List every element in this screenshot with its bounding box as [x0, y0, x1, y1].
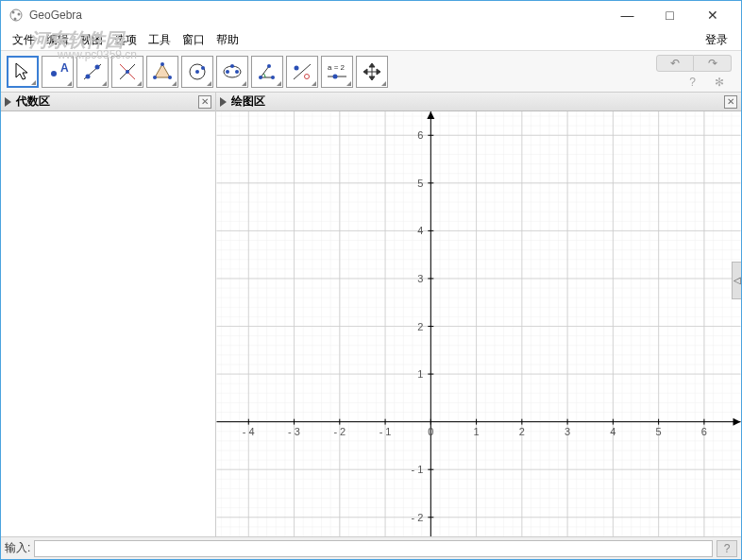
main-panels: 代数区 ✕ 绘图区 ✕ - 4- 3- 2- 10123456- 2- 1123… [1, 93, 741, 536]
line-icon [81, 60, 104, 83]
svg-text:- 2: - 2 [411, 512, 423, 523]
svg-point-27 [295, 65, 299, 70]
tool-move[interactable] [7, 56, 39, 88]
algebra-body[interactable] [1, 111, 215, 536]
polygon-icon [151, 60, 174, 83]
tool-move-view[interactable] [356, 56, 388, 88]
svg-text:- 2: - 2 [333, 426, 346, 437]
graphics-panel-title: 绘图区 [231, 93, 724, 110]
svg-text:a = 2: a = 2 [328, 63, 346, 72]
right-expand-handle[interactable]: ◁ [732, 262, 741, 299]
slider-icon: a = 2 [324, 60, 350, 83]
toolbar: A a = 2 ↶ ↷ [1, 50, 741, 93]
ellipse-icon [221, 60, 244, 83]
svg-text:A: A [60, 61, 69, 75]
svg-point-31 [333, 74, 338, 78]
svg-point-11 [126, 70, 129, 74]
svg-text:- 4: - 4 [243, 426, 255, 437]
svg-text:3: 3 [565, 426, 570, 437]
maximize-button[interactable]: □ [649, 2, 691, 28]
tool-perpendicular[interactable] [111, 56, 143, 88]
svg-text:2: 2 [417, 321, 423, 332]
svg-text:2: 2 [519, 426, 525, 437]
menu-tools[interactable]: 工具 [143, 32, 177, 48]
undo-button[interactable]: ↶ [656, 55, 694, 72]
tool-circle[interactable] [181, 56, 213, 88]
svg-point-23 [259, 76, 262, 79]
menu-window[interactable]: 窗口 [177, 32, 211, 48]
svg-text:5: 5 [656, 426, 662, 437]
tool-polygon[interactable] [146, 56, 178, 88]
svg-point-15 [153, 76, 157, 79]
window-title: GeoGebra [29, 8, 82, 22]
svg-point-28 [305, 74, 310, 78]
algebra-panel-header[interactable]: 代数区 ✕ [1, 93, 215, 111]
algebra-panel: 代数区 ✕ [1, 93, 216, 536]
menu-file[interactable]: 文件 [7, 32, 41, 48]
svg-text:3: 3 [417, 273, 423, 284]
collapse-tri-icon [220, 97, 227, 107]
tool-ellipse[interactable] [216, 56, 248, 88]
collapse-tri-icon [5, 97, 11, 107]
svg-text:1: 1 [417, 368, 423, 380]
menu-options[interactable]: 选项 [109, 32, 143, 48]
svg-point-25 [267, 64, 271, 68]
point-icon: A [46, 60, 69, 83]
toolbar-help-icon[interactable]: ? [689, 76, 696, 89]
svg-point-22 [230, 64, 234, 68]
svg-point-2 [18, 13, 21, 16]
svg-point-1 [12, 11, 15, 14]
menu-edit[interactable]: 编辑 [41, 32, 75, 48]
svg-text:6: 6 [417, 129, 423, 141]
menubar: 文件 编辑 视图 选项 工具 窗口 帮助 登录 [1, 29, 741, 50]
svg-text:1: 1 [474, 426, 480, 437]
svg-point-14 [168, 76, 172, 79]
svg-text:6: 6 [701, 426, 707, 437]
coordinate-plane[interactable]: - 4- 3- 2- 10123456- 2- 1123456 [216, 111, 741, 536]
svg-point-18 [201, 66, 205, 70]
svg-text:- 1: - 1 [411, 464, 423, 475]
reflect-icon [291, 60, 313, 83]
input-bar: 输入: ? [1, 536, 741, 559]
move-view-icon [361, 60, 383, 83]
svg-text:- 1: - 1 [379, 426, 392, 437]
algebra-panel-title: 代数区 [16, 93, 198, 110]
graphics-body[interactable]: - 4- 3- 2- 10123456- 2- 1123456 [216, 111, 741, 536]
angle-icon [256, 60, 278, 83]
login-link[interactable]: 登录 [698, 32, 735, 48]
svg-text:5: 5 [417, 178, 423, 189]
tool-angle[interactable] [251, 56, 283, 88]
svg-point-24 [271, 76, 275, 79]
perpendicular-icon [116, 60, 139, 83]
svg-text:- 3: - 3 [288, 426, 300, 437]
toolbar-settings-icon[interactable]: ✻ [715, 76, 724, 89]
graphics-panel-header[interactable]: 绘图区 ✕ [216, 93, 741, 111]
minimize-button[interactable]: — [606, 2, 649, 28]
circle-icon [186, 60, 209, 83]
command-input[interactable] [34, 540, 713, 557]
toolbar-right-controls: ↶ ↷ ? ✻ [656, 55, 735, 89]
tool-point[interactable]: A [42, 56, 74, 88]
svg-text:0: 0 [428, 426, 433, 437]
input-help-button[interactable]: ? [717, 540, 737, 557]
svg-point-3 [14, 18, 17, 21]
redo-button[interactable]: ↷ [694, 55, 732, 72]
input-label: 输入: [5, 540, 30, 556]
graphics-close-button[interactable]: ✕ [724, 95, 737, 109]
menu-help[interactable]: 帮助 [211, 32, 245, 48]
tool-line[interactable] [76, 56, 109, 88]
svg-marker-12 [155, 64, 170, 77]
tool-reflect[interactable] [286, 56, 318, 88]
svg-point-21 [235, 70, 239, 74]
graphics-panel: 绘图区 ✕ - 4- 3- 2- 10123456- 2- 1123456 [216, 93, 741, 536]
svg-point-8 [95, 64, 100, 69]
svg-text:4: 4 [610, 426, 616, 437]
svg-point-13 [160, 62, 164, 66]
close-window-button[interactable]: ✕ [691, 2, 734, 28]
algebra-close-button[interactable]: ✕ [198, 95, 211, 109]
svg-point-7 [86, 74, 91, 78]
svg-point-4 [51, 71, 57, 76]
menu-view[interactable]: 视图 [75, 32, 109, 48]
tool-slider[interactable]: a = 2 [321, 56, 353, 88]
app-icon [8, 8, 24, 23]
